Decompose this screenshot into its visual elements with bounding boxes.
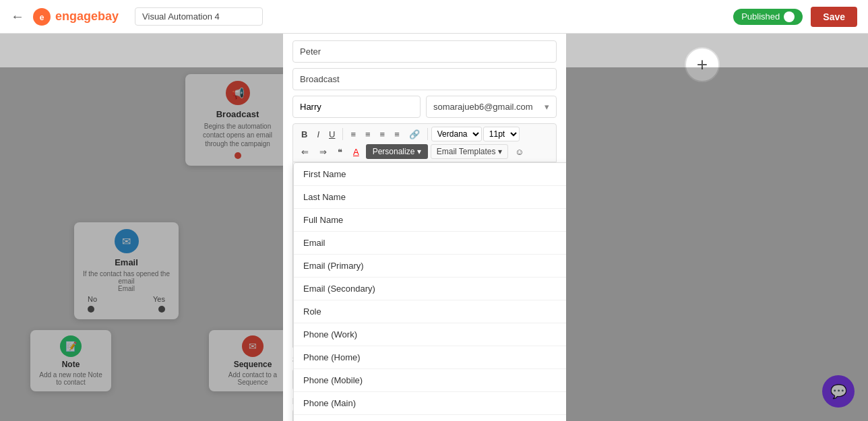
personalize-item[interactable]: Email (Primary): [294, 255, 566, 278]
save-button[interactable]: Save: [811, 7, 857, 27]
toolbar-row2: ⇐ ⇒ ❝ A Personalize ▾ Email Templates ▾ …: [297, 144, 552, 159]
from-email-value: somarajueb6@gmail.com: [433, 102, 533, 112]
personalize-dropdown-list: First NameLast NameFull NameEmailEmail (…: [294, 163, 566, 421]
personalize-item[interactable]: Last Name: [294, 186, 566, 209]
personalize-button[interactable]: Personalize ▾: [366, 144, 428, 159]
underline-button[interactable]: U: [325, 127, 339, 141]
emoji-button[interactable]: ☺: [511, 144, 528, 159]
email-templates-button[interactable]: Email Templates ▾: [431, 144, 508, 159]
personalize-dropdown: First NameLast NameFull NameEmailEmail (…: [293, 162, 566, 421]
topbar: ← e engagebay Published Save: [0, 0, 868, 34]
italic-button[interactable]: I: [313, 127, 323, 141]
personalize-item[interactable]: Email: [294, 232, 566, 255]
justify-button[interactable]: ≡: [390, 127, 404, 141]
published-toggle[interactable]: Published: [733, 9, 803, 25]
from-email-dropdown[interactable]: somarajueb6@gmail.com ▾: [426, 96, 557, 118]
automation-name-input[interactable]: [135, 7, 263, 26]
back-button[interactable]: ←: [11, 9, 24, 24]
topbar-right: Published Save: [733, 7, 857, 27]
align-right-button[interactable]: ≡: [376, 127, 390, 141]
toolbar-sep-2: [427, 128, 428, 140]
personalize-item[interactable]: First Name: [294, 163, 566, 186]
subject-input[interactable]: [292, 40, 557, 63]
personalize-item[interactable]: Phone (Main): [294, 392, 566, 415]
toggle-circle: [784, 11, 795, 22]
align-left-button[interactable]: ≡: [346, 127, 360, 141]
logo-icon: e: [32, 7, 51, 26]
font-size-select[interactable]: 11pt: [483, 127, 520, 141]
align-center-button[interactable]: ≡: [361, 127, 375, 141]
personalize-item[interactable]: Email (Secondary): [294, 278, 566, 300]
personalize-item[interactable]: Phone (Home): [294, 346, 566, 369]
logo: e engagebay: [32, 7, 119, 26]
broadcast-input[interactable]: [292, 68, 557, 90]
color-button[interactable]: A: [349, 144, 363, 159]
from-row: somarajueb6@gmail.com ▾: [292, 96, 557, 118]
modal-body: somarajueb6@gmail.com ▾ B I U ≡ ≡ ≡ ≡ 🔗 …: [283, 34, 566, 421]
from-name-input[interactable]: [292, 96, 421, 118]
quote-button[interactable]: ❝: [334, 144, 346, 159]
editor-area[interactable]: Hi {{Subscriber.first... Here are some m…: [292, 162, 557, 348]
toolbar-sep-1: [342, 128, 343, 140]
link-button[interactable]: 🔗: [405, 127, 424, 141]
font-family-select[interactable]: Verdana: [431, 127, 482, 141]
personalize-item[interactable]: Phone (Home fax): [294, 415, 566, 421]
from-email-arrow: ▾: [545, 102, 549, 112]
canvas: + 📢 Broadcast Begins the automationconta…: [0, 34, 868, 421]
personalize-item[interactable]: Phone (Mobile): [294, 369, 566, 392]
personalize-item[interactable]: Full Name: [294, 209, 566, 232]
outdent-button[interactable]: ⇐: [297, 144, 313, 159]
indent-button[interactable]: ⇒: [315, 144, 331, 159]
svg-text:e: e: [40, 13, 44, 22]
logo-text: engagebay: [55, 9, 119, 24]
modal-panel: somarajueb6@gmail.com ▾ B I U ≡ ≡ ≡ ≡ 🔗 …: [283, 34, 566, 421]
personalize-item[interactable]: Role: [294, 300, 566, 323]
published-label: Published: [741, 11, 780, 22]
editor-toolbar: B I U ≡ ≡ ≡ ≡ 🔗 Verdana 11pt ⇐ ⇒: [292, 123, 557, 162]
personalize-item[interactable]: Phone (Work): [294, 323, 566, 346]
bold-button[interactable]: B: [297, 127, 311, 141]
